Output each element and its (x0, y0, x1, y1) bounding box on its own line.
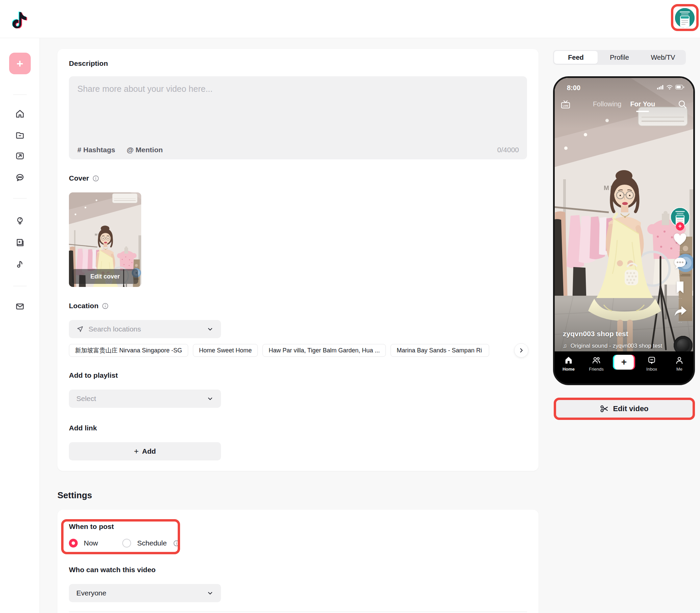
rail-share-button[interactable]: ··· (671, 303, 689, 324)
when-to-post-label: When to post (69, 523, 114, 531)
nav-me[interactable]: Me (665, 355, 693, 371)
location-suggestion[interactable]: Home Sweet Home (193, 344, 258, 357)
bookmark-count: ··· (678, 297, 683, 300)
location-info-icon[interactable] (102, 302, 109, 310)
video-preview[interactable]: 8:00 LIVE Following For You + (555, 78, 693, 351)
signal-icon (657, 84, 664, 90)
tab-feed[interactable]: Feed (554, 51, 598, 64)
cover-section-label: Cover (69, 174, 99, 182)
clock-time: 8:00 (567, 84, 581, 92)
nav-create[interactable]: + (610, 355, 638, 370)
hashtags-button[interactable]: # Hashtags (77, 146, 115, 154)
cover-thumbnail[interactable]: Edit cover (69, 192, 141, 287)
upload-plus-button[interactable]: + (9, 53, 31, 74)
sound-row[interactable]: ♫ Original sound - zyqvn003 shop test (563, 343, 670, 349)
radio-now[interactable] (69, 539, 78, 548)
rail-creator-avatar[interactable]: + (671, 207, 689, 227)
sidebar-item-posts[interactable] (15, 130, 25, 140)
who-can-watch-select[interactable]: Everyone (69, 584, 221, 602)
phone-status-bar: 8:00 (555, 83, 693, 93)
sidebar-item-feedback[interactable] (15, 301, 25, 312)
mention-button[interactable]: @ Mention (127, 146, 163, 154)
tab-profile[interactable]: Profile (598, 51, 641, 64)
home-icon (15, 109, 25, 119)
envelope-icon (15, 301, 25, 312)
follow-plus-badge[interactable]: + (676, 222, 685, 231)
playlist-select[interactable]: Select (69, 390, 221, 408)
share-icon (671, 303, 689, 319)
wifi-icon (666, 84, 673, 90)
comment-count: ··· (678, 273, 683, 276)
sidebar-item-creator-academy[interactable] (15, 237, 25, 247)
me-icon (674, 355, 685, 365)
location-label: Location (69, 302, 99, 310)
music-note-icon (15, 259, 25, 269)
sound-title: Original sound - zyqvn003 shop test (571, 343, 662, 349)
share-count: ··· (678, 321, 683, 324)
add-link-button-label: Add (142, 447, 156, 455)
nav-inbox[interactable]: Inbox (638, 355, 665, 371)
friends-icon (591, 355, 601, 365)
book-star-icon (15, 237, 25, 247)
video-caption: zyqvn003 shop test (563, 330, 628, 338)
radio-now-label[interactable]: Now (84, 539, 98, 547)
edit-cover-button[interactable]: Edit cover (72, 269, 138, 284)
phone-bottom-nav: Home Friends + Inbox Me (555, 351, 693, 383)
char-counter: 0/4000 (497, 146, 519, 154)
sidebar-item-analytics[interactable] (15, 151, 25, 161)
analytics-icon (15, 151, 25, 161)
sidebar-item-home[interactable] (15, 109, 25, 119)
when-to-post-options: Now Schedule (69, 539, 180, 548)
rail-bookmark-button[interactable]: ··· (671, 279, 689, 300)
description-placeholder: Share more about your video here... (77, 84, 213, 94)
lightbulb-icon (15, 216, 25, 226)
create-plus-button[interactable]: + (613, 355, 635, 370)
sidebar-divider (13, 286, 27, 286)
who-can-watch-label: Who can watch this video (69, 566, 156, 574)
posts-folder-icon (15, 130, 25, 140)
bookmark-icon (671, 279, 689, 295)
edit-video-button[interactable]: Edit video (556, 400, 692, 418)
description-input[interactable]: Share more about your video here... # Ha… (69, 76, 527, 159)
location-suggestion[interactable]: Marina Bay Sands - Sampan Ri (391, 344, 489, 357)
settings-divider (69, 612, 527, 612)
scissors-icon (600, 404, 609, 413)
edit-video-label: Edit video (613, 404, 648, 413)
description-label: Description (69, 60, 108, 67)
plus-icon: + (134, 447, 139, 456)
heart-icon (671, 231, 689, 247)
search-icon[interactable] (678, 100, 687, 109)
battery-icon (675, 85, 685, 90)
feed-tab-following[interactable]: Following (593, 100, 621, 108)
location-suggestion[interactable]: 新加坡富贵山庄 Nirvana Singapore -SG (69, 344, 188, 357)
tiktok-logo[interactable] (12, 10, 28, 28)
phone-top-nav: LIVE Following For You (555, 99, 693, 113)
nav-friends[interactable]: Friends (583, 355, 610, 371)
top-header (0, 0, 700, 38)
profile-avatar[interactable] (675, 8, 695, 28)
sidebar-item-comments[interactable] (15, 172, 25, 183)
cover-info-icon[interactable] (92, 175, 99, 182)
sidebar-item-sounds[interactable] (15, 259, 25, 269)
who-can-watch-value: Everyone (76, 589, 106, 597)
add-link-button[interactable]: + Add (69, 442, 221, 460)
radio-schedule[interactable] (122, 539, 131, 548)
location-suggestions: 新加坡富贵山庄 Nirvana Singapore -SG Home Sweet… (69, 344, 527, 357)
nav-home[interactable]: Home (555, 355, 583, 371)
location-suggestion[interactable]: Haw Par villa, Tiger Balm Garden, Hua ..… (263, 344, 386, 357)
location-section-label: Location (69, 302, 109, 310)
radio-schedule-label[interactable]: Schedule (137, 539, 167, 547)
location-search-select[interactable]: Search locations (69, 320, 221, 338)
phone-preview: 8:00 LIVE Following For You + (553, 76, 695, 385)
schedule-info-icon[interactable] (173, 540, 180, 547)
sidebar-item-inspiration[interactable] (15, 216, 25, 226)
rail-like-button[interactable]: ··· (671, 231, 689, 252)
sidebar-nav: + (0, 0, 40, 613)
playlist-label: Add to playlist (69, 371, 118, 379)
rail-comment-button[interactable]: ··· (671, 255, 689, 276)
chevron-down-icon (207, 395, 214, 402)
feed-tab-for-you[interactable]: For You (630, 100, 655, 108)
location-suggestions-next-button[interactable] (514, 343, 529, 357)
settings-heading: Settings (58, 490, 92, 500)
tab-webtv[interactable]: Web/TV (641, 51, 685, 64)
